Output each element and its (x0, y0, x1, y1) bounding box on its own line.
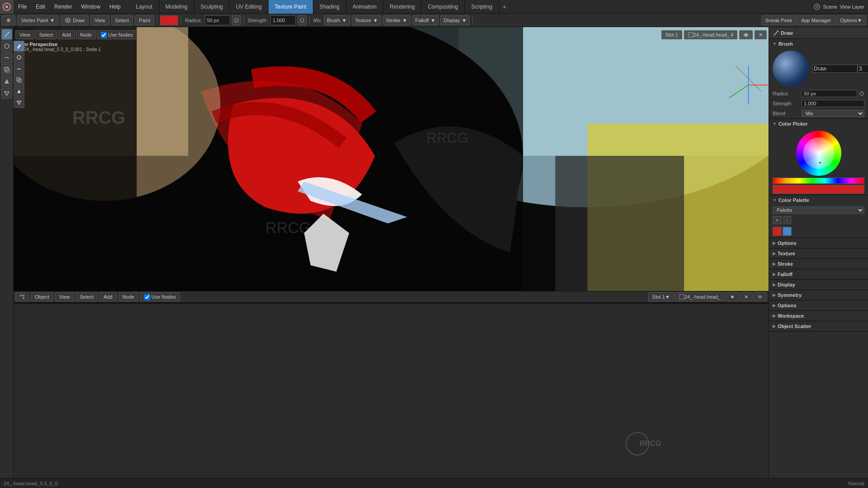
sneak-peek-button[interactable]: Sneak Peek (761, 15, 796, 25)
close-pin-btn[interactable]: ✕ (755, 30, 767, 39)
mix-dropdown[interactable]: Brush▼ (324, 15, 350, 25)
mode-icon-button[interactable] (2, 15, 15, 25)
menu-edit[interactable]: Edit (31, 0, 50, 14)
brush-strength-input[interactable] (802, 100, 864, 107)
viewport[interactable]: RRCG RRCG RRCG View Select Add Node U (14, 27, 769, 291)
palette-remove-btn[interactable]: - (783, 216, 791, 224)
color-spectrum-bar[interactable] (773, 178, 864, 184)
ne-use-nodes-btn[interactable]: Use Nodes (140, 292, 180, 301)
tab-texture-paint[interactable]: Texture Paint (269, 0, 313, 14)
swatch-blue[interactable] (783, 227, 792, 236)
tool-draw[interactable] (1, 29, 12, 40)
viewport-add-btn[interactable]: Add (58, 30, 75, 39)
node-canvas[interactable]: Attribute Color Vector Fac (14, 304, 769, 476)
object-scatter-header[interactable]: Object Scatter (769, 321, 868, 331)
ne-object-dropdown[interactable]: Object (31, 292, 53, 301)
viewport-tool-2[interactable] (14, 52, 24, 63)
palette-add-btn[interactable]: + (773, 216, 782, 224)
brush-section-header[interactable]: Brush (769, 39, 868, 49)
ne-close-btn[interactable]: ✕ (740, 292, 752, 301)
tool-fill[interactable] (1, 76, 12, 87)
ne-file-btn[interactable]: 24_-head.head_ (675, 292, 725, 301)
selected-color-bar[interactable] (773, 185, 864, 194)
tool-smear[interactable] (1, 52, 12, 63)
viewport-node-btn[interactable]: Node (76, 30, 96, 39)
menu-render[interactable]: Render (50, 0, 76, 14)
draw-mode-button[interactable]: Draw (61, 15, 89, 25)
ne-select-btn[interactable]: Select (75, 292, 98, 301)
ne-extra-btn[interactable] (753, 292, 767, 301)
viewport-tool-draw[interactable] (14, 41, 24, 52)
brush-preview[interactable] (773, 51, 809, 87)
tab-layout[interactable]: Layout (130, 0, 159, 14)
color-box[interactable] (160, 15, 178, 25)
tab-compositing[interactable]: Compositing (421, 0, 465, 14)
radius-input[interactable] (205, 15, 230, 25)
tab-scripting[interactable]: Scripting (465, 0, 499, 14)
viewport-tool-5[interactable] (14, 86, 24, 97)
add-workspace-button[interactable]: + (499, 0, 510, 14)
tab-animation[interactable]: Animation (346, 0, 383, 14)
tool-soften[interactable] (1, 41, 12, 52)
options-header[interactable]: Options (769, 238, 868, 248)
ne-use-nodes-checkbox[interactable] (144, 294, 150, 300)
color-picker-header[interactable]: Color Picker (769, 119, 868, 129)
display-dropdown[interactable]: Display▼ (440, 15, 470, 25)
stroke-header[interactable]: Stroke (769, 259, 868, 269)
menu-file[interactable]: File (14, 0, 31, 14)
viewport-select-btn[interactable]: Select (35, 30, 57, 39)
brush-radius-input[interactable] (802, 90, 857, 97)
swatch-red[interactable] (773, 227, 782, 236)
radius-icon-btn[interactable] (232, 15, 241, 25)
texture-dropdown[interactable]: Texture▼ (352, 15, 381, 25)
menu-window[interactable]: Window (76, 0, 105, 14)
tab-sculpting[interactable]: Sculpting (194, 0, 230, 14)
select-menu-button[interactable]: Select (111, 15, 133, 25)
slot-dropdown[interactable]: Slot 1 (661, 30, 682, 39)
viewport-tool-6[interactable] (14, 97, 24, 108)
strength-input[interactable] (270, 15, 296, 25)
use-nodes-checkbox-input[interactable] (101, 32, 107, 38)
texture-header[interactable]: Texture (769, 249, 868, 258)
display-header[interactable]: Display (769, 280, 868, 290)
ne-slot-btn[interactable]: Slot 1 ▼ (648, 292, 674, 301)
brush-number-input[interactable] (858, 65, 868, 73)
palette-select[interactable]: Palette (773, 206, 864, 214)
color-wheel[interactable] (796, 131, 841, 176)
strength-icon-btn[interactable] (297, 15, 307, 25)
tab-modeling[interactable]: Modeling (159, 0, 194, 14)
color-palette-header[interactable]: Color Palette (769, 195, 868, 205)
menu-help[interactable]: Help (105, 0, 125, 14)
tab-shading[interactable]: Shading (313, 0, 346, 14)
viewport-tool-3[interactable] (14, 63, 24, 74)
viewport-tool-4[interactable] (14, 75, 24, 85)
symmetry-header[interactable]: Symmetry (769, 290, 868, 300)
ne-add-btn[interactable]: Add (99, 292, 117, 301)
stroke-dropdown[interactable]: Stroke▼ (383, 15, 410, 25)
tool-clone[interactable] (1, 64, 12, 75)
tab-rendering[interactable]: Rendering (383, 0, 421, 14)
options-button[interactable]: Options▼ (836, 15, 866, 25)
view-menu-button[interactable]: View (90, 15, 109, 25)
options2-header[interactable]: Options (769, 300, 868, 310)
tab-uv-editing[interactable]: UV Editing (230, 0, 269, 14)
tool-mask[interactable] (1, 88, 12, 99)
viewport-btn-1[interactable] (739, 30, 753, 39)
color-wheel-cursor[interactable] (819, 161, 821, 164)
file-dropdown[interactable]: 24_-head.head_ 4 (684, 30, 737, 39)
app-manager-button[interactable]: App Manager (797, 15, 835, 25)
ne-node-btn[interactable]: Node (118, 292, 138, 301)
ne-pin-btn[interactable] (726, 292, 739, 301)
brush-name-input[interactable] (812, 65, 858, 73)
viewport-view-btn[interactable]: View (15, 30, 34, 39)
falloff-dropdown[interactable]: Falloff▼ (412, 15, 439, 25)
falloff-header[interactable]: Falloff (769, 269, 868, 279)
mode-indicator-button[interactable]: Vertex Paint ▼ (17, 15, 59, 25)
node-editor[interactable]: Attribute Color Vector Fac (14, 303, 769, 488)
ne-view-btn[interactable]: View (55, 292, 74, 301)
ne-icon-btn[interactable] (15, 292, 29, 301)
brush-blend-select[interactable]: Mix (802, 110, 864, 117)
use-nodes-checkbox[interactable]: Use Nodes (97, 30, 137, 39)
workspace-header[interactable]: Workspace (769, 311, 868, 321)
paint-menu-button[interactable]: Paint (135, 15, 154, 25)
